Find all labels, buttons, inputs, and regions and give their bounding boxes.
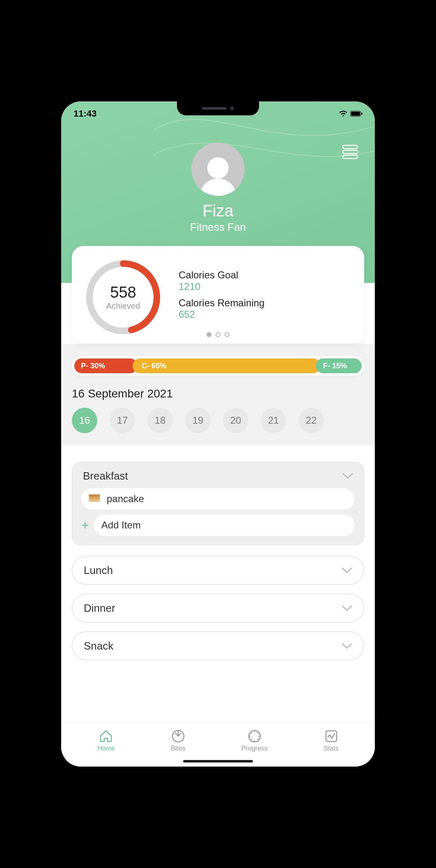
svg-rect-19 [326,731,337,742]
meal-breakfast[interactable]: Breakfast pancake + Add Item [72,462,364,545]
nav-label: Stats [324,745,338,752]
day-chip[interactable]: 22 [298,408,324,433]
svg-rect-4 [343,150,358,154]
macro-carbs: C- 65% [133,358,321,373]
nav-label: Progress [241,745,268,752]
svg-point-11 [254,731,255,732]
chevron-down-icon[interactable] [342,602,352,615]
svg-rect-1 [351,112,360,116]
calories-goal-label: Calories Goal [179,269,264,281]
menu-icon[interactable] [342,145,358,159]
stats-icon [324,729,338,743]
nav-home[interactable]: Home [97,729,115,752]
calories-card[interactable]: 558 Achieved Calories Goal 1210 Calories… [72,246,364,344]
nav-label: Bites [171,745,186,752]
plate-icon [171,729,185,743]
meal-title: Dinner [84,602,115,615]
meal-title: Snack [84,640,113,652]
chevron-down-icon[interactable] [342,640,352,652]
svg-point-15 [251,733,252,734]
macro-fat: F- 15% [316,358,362,373]
wifi-icon [339,110,348,117]
days-row[interactable]: 16 17 18 19 20 21 22 [72,408,364,433]
home-icon [99,729,113,743]
chevron-down-icon[interactable] [342,470,353,482]
pancake-icon [89,494,100,503]
day-chip[interactable]: 17 [110,408,135,433]
avatar[interactable] [191,142,245,196]
day-chip[interactable]: 20 [223,408,248,433]
nav-stats[interactable]: Stats [324,729,338,752]
meal-lunch[interactable]: Lunch [72,556,364,585]
svg-point-14 [259,735,260,737]
meal-dinner[interactable]: Dinner [72,594,364,622]
calories-goal-value: 1210 [179,281,264,292]
day-chip[interactable]: 19 [185,408,211,433]
chevron-down-icon[interactable] [342,564,352,577]
day-chip[interactable]: 21 [261,408,286,433]
svg-point-12 [254,740,255,741]
svg-point-16 [257,733,258,734]
user-subtitle: Fitness Fan [73,221,363,234]
calories-achieved-value: 558 [110,284,136,301]
username: Fiza [73,202,363,220]
svg-rect-5 [343,155,358,158]
macro-bar: P- 30% C- 65% F- 15% [72,356,364,376]
battery-icon [350,111,363,117]
food-name: pancake [107,493,144,505]
day-chip[interactable]: 18 [147,408,173,433]
date-heading: 16 September 2021 [72,387,364,400]
meal-snack[interactable]: Snack [72,631,364,660]
calories-remaining-label: Calories Remaining [179,297,264,309]
svg-rect-3 [343,145,358,149]
nav-progress[interactable]: Progress [241,729,268,752]
meal-title: Lunch [84,564,113,577]
svg-point-13 [250,735,251,737]
svg-point-6 [207,157,229,179]
add-item-label: Add Item [101,519,141,531]
home-indicator[interactable] [183,760,253,762]
food-item[interactable]: pancake [81,488,355,510]
status-icons [327,110,363,117]
calories-ring: 558 Achieved [84,258,162,336]
calories-remaining-value: 652 [179,309,264,320]
card-pagination[interactable] [72,332,364,337]
status-time: 11:43 [73,108,96,119]
meal-title: Breakfast [83,470,128,482]
add-item-button[interactable]: Add Item [94,514,355,536]
day-chip[interactable]: 16 [72,408,97,433]
nav-bites[interactable]: Bites [171,729,186,752]
svg-point-18 [257,739,258,740]
nav-label: Home [97,745,115,752]
macro-protein: P- 30% [74,358,138,373]
svg-rect-2 [361,113,363,115]
svg-point-17 [251,739,252,740]
calories-achieved-label: Achieved [106,301,140,311]
plus-icon[interactable]: + [81,519,89,532]
clock-icon [248,729,262,743]
